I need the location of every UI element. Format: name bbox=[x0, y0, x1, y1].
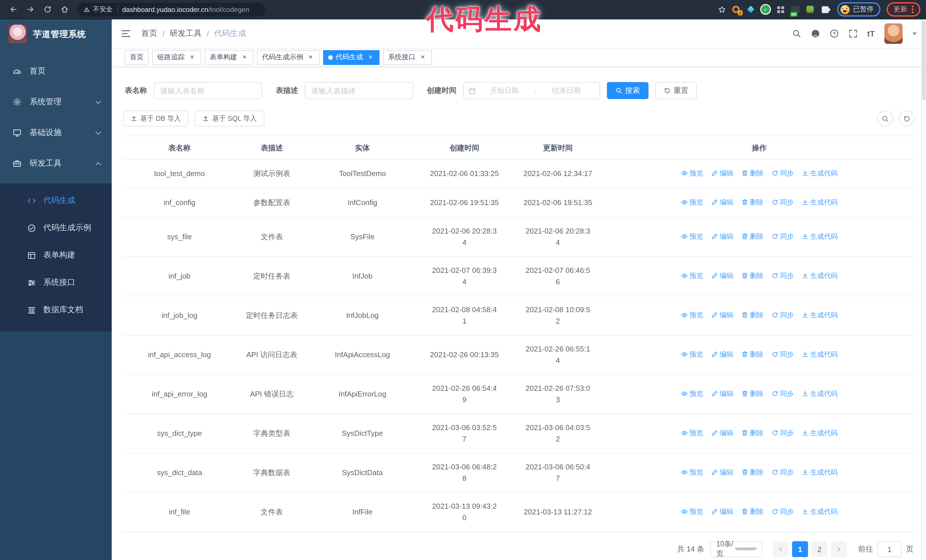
tab-codegen-example[interactable]: 代码生成示例× bbox=[257, 50, 320, 65]
goto-page-input[interactable] bbox=[878, 541, 902, 557]
scrollbar[interactable] bbox=[921, 20, 926, 560]
chevron-down-icon[interactable] bbox=[912, 32, 917, 37]
action-edit[interactable]: 编辑 bbox=[711, 466, 733, 478]
table-name-input[interactable] bbox=[154, 82, 262, 99]
extension-puzzle-icon[interactable] bbox=[820, 5, 830, 14]
extension-gem-icon[interactable] bbox=[746, 5, 756, 14]
action-edit[interactable]: 编辑 bbox=[711, 349, 733, 360]
action-sync[interactable]: 同步 bbox=[772, 349, 794, 360]
refresh-table-button[interactable] bbox=[899, 110, 915, 127]
help-icon[interactable]: ? bbox=[830, 29, 839, 38]
action-generate-code[interactable]: 生成代码 bbox=[802, 309, 838, 321]
import-sql-button[interactable]: 基于 SQL 导入 bbox=[195, 110, 264, 127]
action-delete[interactable]: 删除 bbox=[741, 388, 764, 399]
action-edit[interactable]: 编辑 bbox=[711, 309, 733, 321]
app-logo-row[interactable]: 芋道管理系统 bbox=[0, 20, 112, 49]
extension-robot-icon[interactable] bbox=[805, 5, 815, 14]
tab-form-builder[interactable]: 表单构建× bbox=[204, 50, 254, 65]
paused-badge[interactable]: 已暂停 bbox=[837, 2, 881, 17]
action-preview[interactable]: 预览 bbox=[681, 196, 703, 208]
action-edit[interactable]: 编辑 bbox=[711, 427, 733, 439]
bookmark-star-icon[interactable] bbox=[718, 5, 726, 14]
close-icon[interactable]: × bbox=[188, 53, 196, 61]
sidebar-item-system[interactable]: 系统管理 bbox=[0, 87, 112, 117]
action-generate-code[interactable]: 生成代码 bbox=[802, 466, 838, 478]
sidebar-subitem-codegen[interactable]: 代码生成 bbox=[0, 187, 112, 214]
sidebar-subitem-form-builder[interactable]: 表单构建 bbox=[0, 242, 112, 269]
avatar[interactable] bbox=[884, 23, 903, 44]
action-delete[interactable]: 删除 bbox=[741, 349, 764, 360]
back-icon[interactable] bbox=[6, 2, 21, 17]
sidebar-subitem-codegen-example[interactable]: 代码生成示例 bbox=[0, 214, 112, 242]
reset-button[interactable]: 重置 bbox=[655, 82, 697, 99]
action-edit[interactable]: 编辑 bbox=[711, 231, 733, 242]
action-delete[interactable]: 删除 bbox=[741, 270, 764, 281]
action-generate-code[interactable]: 生成代码 bbox=[802, 196, 838, 208]
action-delete[interactable]: 删除 bbox=[741, 168, 764, 179]
action-sync[interactable]: 同步 bbox=[772, 196, 794, 208]
sidebar-subitem-db-doc[interactable]: 数据库文档 bbox=[0, 296, 112, 324]
import-db-button[interactable]: 基于 DB 导入 bbox=[123, 110, 188, 127]
page-size-select[interactable]: 10条/页 bbox=[710, 541, 763, 557]
action-sync[interactable]: 同步 bbox=[772, 506, 794, 517]
action-generate-code[interactable]: 生成代码 bbox=[802, 506, 838, 517]
action-preview[interactable]: 预览 bbox=[681, 270, 703, 281]
reload-icon[interactable] bbox=[40, 2, 55, 17]
breadcrumb-home[interactable]: 首页 bbox=[141, 29, 157, 39]
extension-check-icon[interactable]: ✓ bbox=[761, 5, 770, 14]
action-delete[interactable]: 删除 bbox=[741, 196, 764, 208]
sidebar-subitem-api[interactable]: 系统接口 bbox=[0, 269, 112, 296]
action-preview[interactable]: 预览 bbox=[681, 349, 703, 360]
action-sync[interactable]: 同步 bbox=[772, 388, 794, 399]
extension-orange-icon[interactable]: 1 bbox=[731, 5, 741, 14]
collapse-sidebar-icon[interactable] bbox=[121, 29, 131, 39]
github-icon[interactable] bbox=[811, 29, 820, 38]
action-edit[interactable]: 编辑 bbox=[711, 506, 733, 517]
action-preview[interactable]: 预览 bbox=[681, 506, 703, 517]
tab-codegen[interactable]: 代码生成× bbox=[323, 50, 380, 65]
scrollbar-thumb[interactable] bbox=[922, 21, 925, 100]
home-icon[interactable] bbox=[57, 2, 72, 17]
action-generate-code[interactable]: 生成代码 bbox=[802, 231, 838, 242]
sidebar-item-devtools[interactable]: 研发工具 bbox=[0, 148, 112, 179]
action-generate-code[interactable]: 生成代码 bbox=[802, 270, 838, 281]
action-preview[interactable]: 预览 bbox=[681, 466, 703, 478]
tab-home[interactable]: 首页 bbox=[125, 50, 149, 65]
font-size-icon[interactable]: tT bbox=[867, 29, 875, 38]
extension-dark-on-icon[interactable]: on bbox=[790, 5, 800, 14]
action-sync[interactable]: 同步 bbox=[772, 270, 794, 281]
action-edit[interactable]: 编辑 bbox=[711, 196, 733, 208]
forward-icon[interactable] bbox=[23, 2, 38, 17]
tab-api[interactable]: 系统接口× bbox=[383, 50, 432, 65]
action-preview[interactable]: 预览 bbox=[681, 168, 703, 179]
fullscreen-icon[interactable] bbox=[849, 29, 858, 38]
action-delete[interactable]: 删除 bbox=[741, 309, 764, 321]
update-button[interactable]: 更新 bbox=[887, 2, 920, 17]
toggle-search-button[interactable] bbox=[877, 110, 893, 127]
action-generate-code[interactable]: 生成代码 bbox=[802, 388, 838, 399]
close-icon[interactable]: × bbox=[307, 53, 315, 61]
start-date-placeholder[interactable]: 开始日期 bbox=[476, 86, 533, 95]
search-icon[interactable] bbox=[792, 29, 801, 38]
action-sync[interactable]: 同步 bbox=[772, 168, 794, 179]
close-icon[interactable]: × bbox=[241, 53, 248, 61]
close-icon[interactable]: × bbox=[419, 53, 427, 61]
action-generate-code[interactable]: 生成代码 bbox=[802, 168, 838, 179]
action-delete[interactable]: 删除 bbox=[741, 466, 764, 478]
sidebar-item-infra[interactable]: 基础设施 bbox=[0, 117, 112, 148]
prev-page-button[interactable] bbox=[773, 541, 789, 557]
action-sync[interactable]: 同步 bbox=[772, 427, 794, 439]
extension-grid-icon[interactable] bbox=[776, 5, 785, 14]
action-generate-code[interactable]: 生成代码 bbox=[802, 427, 838, 439]
address-bar[interactable]: 不安全 dashboard.yudao.iocoder.cn /tool/cod… bbox=[77, 3, 266, 16]
date-range-picker[interactable]: 开始日期 - 结束日期 bbox=[463, 82, 600, 99]
sidebar-item-home[interactable]: 首页 bbox=[0, 56, 112, 87]
action-preview[interactable]: 预览 bbox=[681, 427, 703, 439]
action-edit[interactable]: 编辑 bbox=[711, 168, 733, 179]
action-sync[interactable]: 同步 bbox=[772, 231, 794, 242]
action-generate-code[interactable]: 生成代码 bbox=[802, 349, 838, 360]
action-delete[interactable]: 删除 bbox=[741, 427, 764, 439]
search-button[interactable]: 搜索 bbox=[607, 82, 649, 99]
action-edit[interactable]: 编辑 bbox=[711, 270, 733, 281]
action-delete[interactable]: 删除 bbox=[741, 506, 764, 517]
